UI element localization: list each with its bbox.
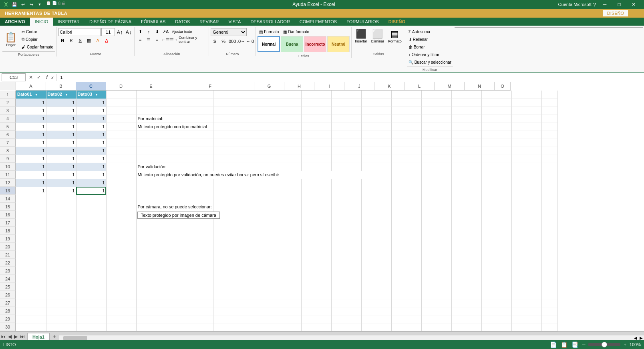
row-header-27[interactable]: 27: [0, 299, 16, 307]
cell-M9[interactable]: [481, 155, 511, 163]
cell-C14[interactable]: [76, 195, 106, 203]
cell-O7[interactable]: [541, 139, 557, 147]
redo-icon[interactable]: ↪: [28, 1, 35, 8]
cell-C1[interactable]: Dato03 ▼: [76, 91, 106, 99]
cell-O16[interactable]: [541, 211, 557, 219]
cell-D15[interactable]: [106, 203, 136, 211]
cell-I15[interactable]: [361, 203, 391, 211]
cell-H17[interactable]: [331, 219, 361, 227]
cell-G6[interactable]: [301, 131, 331, 139]
cell-I8[interactable]: [361, 147, 391, 155]
cell-O1[interactable]: [541, 91, 557, 99]
cell-B10[interactable]: 1: [46, 163, 76, 171]
cell-B4[interactable]: 1: [46, 115, 76, 123]
tab-formulas[interactable]: FÓRMULAS: [136, 18, 170, 26]
decrease-font-button[interactable]: A↓: [125, 28, 133, 36]
row-header-11[interactable]: 11: [0, 171, 16, 179]
cell-C9[interactable]: 1: [76, 155, 106, 163]
cell-F10[interactable]: [213, 163, 301, 171]
insertar-button[interactable]: ⬛ Insertar: [353, 28, 369, 44]
italic-button[interactable]: K: [67, 37, 75, 44]
cell-F7[interactable]: [213, 139, 301, 147]
tab-formularios[interactable]: FORMULARIOS: [342, 18, 384, 26]
cell-J7[interactable]: [391, 139, 421, 147]
row-header-2[interactable]: 2: [0, 99, 16, 107]
cell-A24[interactable]: [16, 275, 46, 283]
cancel-formula-button[interactable]: ✕: [27, 75, 34, 80]
cell-J16[interactable]: [391, 211, 421, 219]
cell-B2[interactable]: 1: [46, 99, 76, 107]
cell-I3[interactable]: [361, 107, 391, 115]
cell-E8[interactable]: [136, 147, 213, 155]
cell-B3[interactable]: 1: [46, 107, 76, 115]
cell-O9[interactable]: [541, 155, 557, 163]
row-header-1[interactable]: 1: [0, 91, 16, 99]
ajustar-texto-button[interactable]: Ajustar texto: [170, 28, 194, 35]
col-header-K[interactable]: K: [374, 82, 405, 90]
col-header-A[interactable]: A: [16, 82, 46, 90]
cell-C13-active[interactable]: 1: [76, 187, 106, 195]
row-header-19[interactable]: 19: [0, 235, 16, 243]
cell-F4[interactable]: [213, 115, 301, 123]
cell-C17[interactable]: [76, 219, 106, 227]
cell-J14[interactable]: [391, 195, 421, 203]
cell-B17[interactable]: [46, 219, 76, 227]
cell-M16[interactable]: [481, 211, 511, 219]
formula-input[interactable]: [59, 73, 643, 81]
cell-M15[interactable]: [481, 203, 511, 211]
scroll-left-arrow[interactable]: ◀: [633, 336, 638, 340]
pegar-button[interactable]: 📋 Pegar: [2, 28, 19, 50]
h-scroll-thumb[interactable]: [63, 336, 87, 340]
row-header-29[interactable]: 29: [0, 315, 16, 323]
cell-F5[interactable]: [213, 123, 301, 131]
cell-M1[interactable]: [481, 91, 511, 99]
cell-K10[interactable]: [421, 163, 451, 171]
col-header-I[interactable]: I: [314, 82, 344, 90]
align-bottom-button[interactable]: ⬇: [153, 28, 161, 35]
cell-H9[interactable]: [331, 155, 361, 163]
cell-B5[interactable]: 1: [46, 123, 76, 131]
col-header-O[interactable]: O: [495, 82, 511, 90]
cell-M18[interactable]: [481, 227, 511, 235]
cell-L14[interactable]: [451, 195, 481, 203]
cell-O18[interactable]: [541, 227, 557, 235]
dropdown-icon[interactable]: ▼: [34, 93, 39, 97]
row-header-8[interactable]: 8: [0, 147, 16, 155]
underline-button[interactable]: S: [76, 37, 84, 44]
cell-I16[interactable]: [361, 211, 391, 219]
dropdown-icon[interactable]: ▼: [64, 93, 69, 97]
cell-J2[interactable]: [391, 99, 421, 107]
confirm-formula-button[interactable]: ✓: [35, 75, 42, 80]
cell-N5[interactable]: [511, 123, 541, 131]
cell-J13[interactable]: [391, 187, 421, 195]
cell-B9[interactable]: 1: [46, 155, 76, 163]
cell-A21[interactable]: [16, 251, 46, 259]
cell-H4[interactable]: [331, 115, 361, 123]
cell-D12[interactable]: [106, 179, 136, 187]
cell-H11[interactable]: [421, 171, 451, 179]
cell-O4[interactable]: [541, 115, 557, 123]
cell-A9[interactable]: 1: [16, 155, 46, 163]
cell-C10[interactable]: 1: [76, 163, 106, 171]
cell-F13[interactable]: [213, 187, 301, 195]
cell-L17[interactable]: [451, 219, 481, 227]
row-header-28[interactable]: 28: [0, 307, 16, 315]
sheet-nav-first[interactable]: ⏮: [0, 333, 6, 340]
cell-B16[interactable]: [46, 211, 76, 219]
cell-O12[interactable]: [541, 179, 557, 187]
cell-F16[interactable]: [213, 211, 301, 219]
cell-N14[interactable]: [511, 195, 541, 203]
copiar-formato-button[interactable]: 🖌 Copiar formato: [20, 43, 55, 50]
cell-E6[interactable]: [136, 131, 213, 139]
cell-I7[interactable]: [361, 139, 391, 147]
insert-function-button[interactable]: f: [43, 74, 50, 80]
row-header-13[interactable]: 13: [0, 187, 16, 195]
cell-F17[interactable]: [213, 219, 301, 227]
cell-D17[interactable]: [106, 219, 136, 227]
cell-E12[interactable]: [136, 179, 213, 187]
col-header-G[interactable]: G: [254, 82, 284, 90]
cell-C4[interactable]: 1: [76, 115, 106, 123]
cell-K16[interactable]: [421, 211, 451, 219]
cell-K17[interactable]: [421, 219, 451, 227]
cell-M14[interactable]: [481, 195, 511, 203]
